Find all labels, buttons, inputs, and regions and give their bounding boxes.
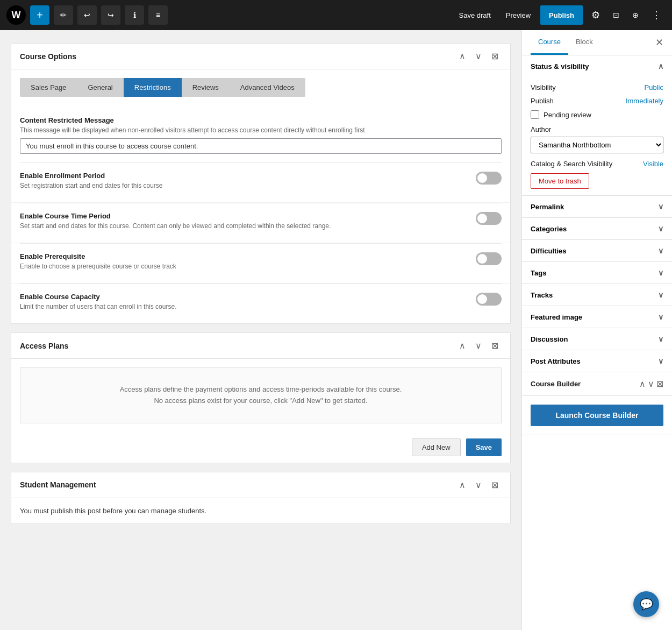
course-builder-section: Course Builder ∧ ∨ ⊠ Launch Course Build…	[522, 372, 672, 435]
discussion-toggle[interactable]: Discussion ∨	[522, 328, 672, 350]
undo-button[interactable]: ↩	[77, 5, 97, 25]
course-time-period-title: Enable Course Time Period	[20, 212, 467, 220]
visibility-value[interactable]: Public	[645, 83, 663, 91]
chat-bubble[interactable]: 💬	[633, 591, 659, 617]
wp-logo[interactable]: W	[6, 5, 26, 25]
student-management-controls: ∧ ∨ ⊠	[456, 479, 502, 491]
publish-value[interactable]: Immediately	[626, 97, 663, 105]
launch-course-builder-button[interactable]: Launch Course Builder	[531, 405, 663, 426]
pending-review-checkbox[interactable]	[531, 110, 539, 119]
author-select[interactable]: Samantha Northbottom	[531, 137, 663, 153]
access-plans-down-button[interactable]: ∨	[472, 339, 485, 352]
globe-button[interactable]: ⊕	[628, 8, 643, 23]
course-builder-up-button[interactable]: ∧	[639, 379, 646, 389]
course-builder-title: Course Builder	[531, 380, 639, 388]
save-button[interactable]: Save	[466, 438, 502, 456]
tags-section: Tags ∨	[522, 262, 672, 284]
catalog-value[interactable]: Visible	[643, 160, 663, 168]
pending-review-row: Pending review	[531, 110, 663, 119]
redo-button[interactable]: ↪	[101, 5, 120, 25]
settings-button[interactable]: ⚙	[587, 6, 604, 24]
access-plans-panel: Access Plans ∧ ∨ ⊠ Access plans define t…	[11, 332, 511, 463]
catalog-label: Catalog & Search Visibility	[531, 160, 643, 168]
tab-restrictions[interactable]: Restrictions	[124, 78, 182, 97]
status-visibility-toggle[interactable]: Status & visibility ∧	[522, 55, 672, 77]
panel-down-button[interactable]: ∨	[472, 50, 485, 62]
course-capacity-desc: Limit the number of users that can enrol…	[20, 303, 467, 310]
post-attributes-toggle[interactable]: Post Attributes ∨	[522, 350, 672, 372]
categories-toggle[interactable]: Categories ∨	[522, 218, 672, 239]
course-builder-controls: ∧ ∨ ⊠	[639, 379, 663, 389]
sidebar-header: Course Block ✕	[522, 30, 672, 55]
access-plans-expand-button[interactable]: ⊠	[488, 339, 502, 352]
editor-button[interactable]: ⊡	[609, 8, 624, 23]
sidebar-tab-block[interactable]: Block	[568, 30, 600, 55]
tags-title: Tags	[531, 269, 546, 277]
access-plans-controls: ∧ ∨ ⊠	[456, 339, 502, 352]
post-attributes-chevron: ∨	[658, 357, 663, 365]
student-mgmt-down-button[interactable]: ∨	[472, 479, 485, 491]
content-restricted-desc: This message will be displayed when non-…	[20, 126, 502, 134]
panel-controls: ∧ ∨ ⊠	[456, 50, 502, 62]
difficulties-toggle[interactable]: Difficulties ∨	[522, 240, 672, 261]
panel-up-button[interactable]: ∧	[456, 50, 469, 62]
toolbar: W + ✏ ↩ ↪ ℹ ≡ Save draft Preview Publish…	[0, 0, 672, 30]
more-button[interactable]: ⋮	[647, 6, 666, 24]
post-attributes-section: Post Attributes ∨	[522, 350, 672, 372]
student-management-title: Student Management	[20, 480, 456, 489]
course-builder-down-button[interactable]: ∨	[648, 379, 654, 389]
access-plans-empty-box: Access plans define the payment options …	[20, 367, 502, 423]
add-new-button[interactable]: Add New	[412, 438, 461, 456]
course-time-period-toggle[interactable]	[476, 212, 502, 225]
course-builder-expand-button[interactable]: ⊠	[656, 379, 663, 389]
add-block-button[interactable]: +	[30, 5, 49, 25]
course-capacity-toggle[interactable]	[476, 293, 502, 306]
publish-button[interactable]: Publish	[540, 5, 583, 25]
student-mgmt-expand-button[interactable]: ⊠	[488, 479, 502, 491]
course-options-title: Course Options	[20, 52, 456, 61]
enrollment-period-toggle[interactable]	[476, 172, 502, 185]
tags-toggle[interactable]: Tags ∨	[522, 262, 672, 284]
tab-sales-page[interactable]: Sales Page	[20, 78, 77, 97]
course-time-period-desc: Set start and end dates for this course.…	[20, 222, 467, 230]
tab-advanced-videos[interactable]: Advanced Videos	[230, 78, 305, 97]
status-visibility-body: Visibility Public Publish Immediately Pe…	[522, 77, 672, 195]
tab-reviews[interactable]: Reviews	[182, 78, 230, 97]
panel-expand-button[interactable]: ⊠	[488, 50, 502, 62]
permalink-title: Permalink	[531, 203, 564, 211]
preview-button[interactable]: Preview	[501, 8, 536, 23]
sidebar-close-button[interactable]: ✕	[655, 37, 663, 48]
discussion-title: Discussion	[531, 335, 568, 343]
prerequisite-title: Enable Prerequisite	[20, 252, 467, 260]
list-view-button[interactable]: ≡	[148, 5, 168, 25]
prerequisite-desc: Enable to choose a prerequisite course o…	[20, 263, 467, 270]
tracks-chevron: ∨	[658, 291, 663, 299]
discussion-section: Discussion ∨	[522, 328, 672, 350]
course-capacity-title: Enable Course Capacity	[20, 293, 467, 301]
pending-review-label: Pending review	[544, 111, 591, 119]
student-management-panel: Student Management ∧ ∨ ⊠ You must publis…	[11, 472, 511, 524]
visibility-row: Visibility Public	[531, 83, 663, 91]
student-management-note: You must publish this post before you ca…	[11, 498, 510, 523]
sidebar-tab-course[interactable]: Course	[531, 30, 568, 55]
tab-general[interactable]: General	[77, 78, 124, 97]
catalog-row: Catalog & Search Visibility Visible	[531, 160, 663, 168]
course-time-period-row: Enable Course Time Period Set start and …	[11, 203, 510, 243]
featured-image-section: Featured image ∨	[522, 306, 672, 328]
prerequisite-toggle[interactable]	[476, 252, 502, 265]
student-mgmt-up-button[interactable]: ∧	[456, 479, 469, 491]
edit-icon-button[interactable]: ✏	[54, 5, 73, 25]
info-button[interactable]: ℹ	[125, 5, 144, 25]
course-capacity-row: Enable Course Capacity Limit the number …	[11, 284, 510, 323]
access-plans-up-button[interactable]: ∧	[456, 339, 469, 352]
featured-image-toggle[interactable]: Featured image ∨	[522, 306, 672, 328]
save-draft-button[interactable]: Save draft	[454, 8, 496, 23]
permalink-toggle[interactable]: Permalink ∨	[522, 196, 672, 217]
content-restricted-section: Content Restricted Message This message …	[11, 108, 510, 162]
tracks-toggle[interactable]: Tracks ∨	[522, 284, 672, 306]
content-restricted-input[interactable]	[20, 138, 502, 154]
main-layout: Course Options ∧ ∨ ⊠ Sales Page General …	[0, 30, 672, 630]
permalink-chevron: ∨	[658, 202, 663, 211]
categories-chevron: ∨	[658, 224, 663, 233]
move-to-trash-button[interactable]: Move to trash	[531, 173, 589, 189]
